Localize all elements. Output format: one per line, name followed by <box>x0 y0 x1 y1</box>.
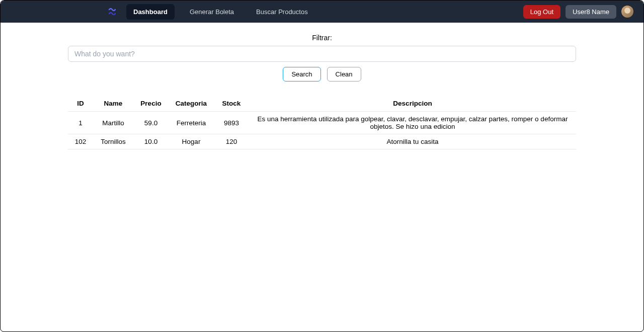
search-input[interactable] <box>68 46 576 62</box>
cell-name: Martillo <box>93 112 133 134</box>
cell-precio: 59.0 <box>133 112 169 134</box>
cell-precio: 10.0 <box>133 134 169 149</box>
logout-button[interactable]: Log Out <box>523 5 560 19</box>
nav-item-buscar-productos[interactable]: Buscar Productos <box>249 4 315 20</box>
cell-stock: 120 <box>214 134 249 149</box>
nav-right: Log Out User8 Name <box>523 5 633 19</box>
cell-categoria: Ferreteria <box>169 112 214 134</box>
username-button[interactable]: User8 Name <box>566 5 616 19</box>
content: Filtrar: Search Clean ID Name Precio Cat… <box>1 23 643 149</box>
cell-categoria: Hogar <box>169 134 214 149</box>
nav-item-dashboard[interactable]: Dashboard <box>126 4 175 20</box>
filter-label: Filtrar: <box>68 34 576 42</box>
search-button[interactable]: Search <box>283 67 320 81</box>
table-row: 1 Martillo 59.0 Ferreteria 9893 Es una h… <box>68 112 576 134</box>
avatar[interactable] <box>621 6 633 18</box>
cell-descripcion: Es una herramienta utilizada para golpea… <box>249 112 576 134</box>
nav-item-generar-boleta[interactable]: Generar Boleta <box>183 4 241 20</box>
header-categoria: Categoria <box>169 96 214 112</box>
products-table: ID Name Precio Categoria Stock Descripci… <box>68 96 576 149</box>
button-row: Search Clean <box>68 67 576 81</box>
navbar: Dashboard Generar Boleta Buscar Producto… <box>1 1 643 23</box>
clean-button[interactable]: Clean <box>327 67 361 81</box>
cell-descripcion: Atornilla tu casita <box>249 134 576 149</box>
cell-id: 102 <box>68 134 93 149</box>
table-header-row: ID Name Precio Categoria Stock Descripci… <box>68 96 576 112</box>
logo-icon <box>106 8 118 16</box>
table-row: 102 Tornillos 10.0 Hogar 120 Atornilla t… <box>68 134 576 149</box>
table-wrap: ID Name Precio Categoria Stock Descripci… <box>68 96 576 149</box>
cell-stock: 9893 <box>214 112 249 134</box>
cell-id: 1 <box>68 112 93 134</box>
cell-name: Tornillos <box>93 134 133 149</box>
header-descripcion: Descripcion <box>249 96 576 112</box>
header-id: ID <box>68 96 93 112</box>
nav-left: Dashboard Generar Boleta Buscar Producto… <box>106 4 315 20</box>
header-name: Name <box>93 96 133 112</box>
header-stock: Stock <box>214 96 249 112</box>
header-precio: Precio <box>133 96 169 112</box>
